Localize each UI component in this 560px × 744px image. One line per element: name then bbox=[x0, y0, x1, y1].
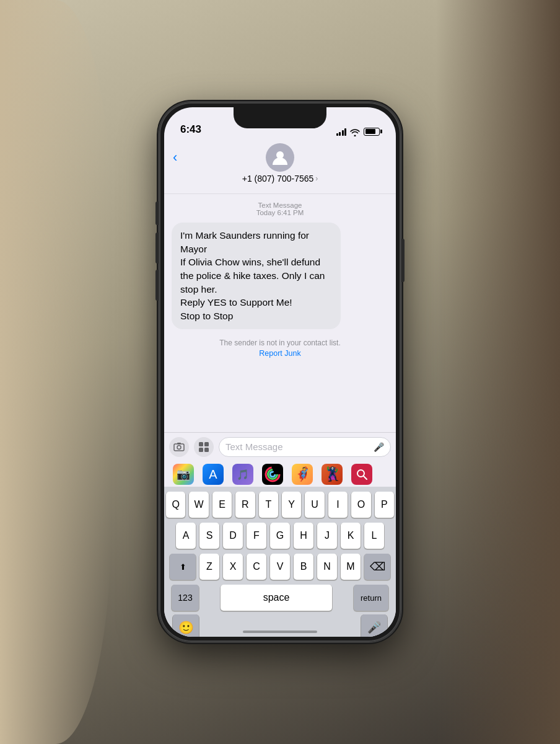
key-r[interactable]: R bbox=[235, 492, 255, 518]
key-e[interactable]: E bbox=[212, 492, 232, 518]
text-input-placeholder: Text Message bbox=[225, 441, 283, 452]
sender-notice: The sender is not in your contact list. … bbox=[172, 337, 388, 358]
svg-rect-1 bbox=[174, 444, 184, 451]
scene: 6:43 bbox=[0, 0, 560, 744]
key-f[interactable]: F bbox=[247, 523, 266, 549]
svg-rect-6 bbox=[199, 448, 203, 452]
key-t[interactable]: T bbox=[259, 492, 278, 518]
contact-avatar[interactable] bbox=[266, 143, 294, 172]
text-input-field[interactable]: Text Message 🎤 bbox=[219, 437, 391, 457]
dictation-key[interactable]: 🎤 bbox=[361, 614, 387, 637]
key-h[interactable]: H bbox=[294, 523, 313, 549]
key-l[interactable]: L bbox=[364, 523, 384, 549]
key-n[interactable]: N bbox=[317, 554, 337, 580]
home-indicator bbox=[243, 631, 317, 633]
key-d[interactable]: D bbox=[223, 523, 243, 549]
key-y[interactable]: Y bbox=[282, 492, 301, 518]
back-chevron-icon: ‹ bbox=[173, 151, 177, 164]
key-j[interactable]: J bbox=[317, 523, 337, 549]
avatar-app-icon[interactable]: 🦹 bbox=[322, 464, 343, 485]
key-k[interactable]: K bbox=[341, 523, 361, 549]
wifi-icon bbox=[350, 128, 360, 135]
contact-detail-chevron: › bbox=[315, 174, 318, 183]
key-m[interactable]: M bbox=[341, 554, 361, 580]
notch bbox=[234, 107, 326, 128]
status-time: 6:43 bbox=[178, 123, 201, 136]
space-key[interactable]: space bbox=[221, 585, 332, 611]
key-s[interactable]: S bbox=[199, 523, 219, 549]
key-z[interactable]: Z bbox=[199, 554, 219, 580]
phone-screen: 6:43 bbox=[164, 107, 396, 637]
key-x[interactable]: X bbox=[223, 554, 243, 580]
key-i[interactable]: I bbox=[328, 492, 348, 518]
camera-button[interactable] bbox=[169, 437, 189, 457]
signal-icon bbox=[336, 127, 347, 136]
svg-line-12 bbox=[364, 476, 367, 479]
keyboard-row-3: ⬆ Z X C V B N M ⌫ bbox=[164, 554, 396, 580]
keyboard: Q W E R T Y U I O P A S D F G bbox=[164, 487, 396, 637]
message-area[interactable]: Text Message Today 6:41 PM I'm Mark Saun… bbox=[164, 194, 396, 432]
svg-rect-7 bbox=[204, 448, 209, 452]
svg-point-10 bbox=[270, 472, 275, 477]
shift-key[interactable]: ⬆ bbox=[170, 554, 196, 580]
svg-point-2 bbox=[177, 446, 181, 450]
key-a[interactable]: A bbox=[176, 523, 196, 549]
input-row: Text Message 🎤 bbox=[164, 432, 396, 461]
svg-rect-5 bbox=[204, 442, 209, 446]
key-g[interactable]: G bbox=[270, 523, 290, 549]
svg-rect-4 bbox=[199, 442, 203, 446]
appstore-app-icon[interactable]: A bbox=[203, 464, 224, 485]
app-strip: 📷 A 🎵 🦸 🦹 bbox=[164, 461, 396, 488]
activity-app-icon[interactable] bbox=[262, 464, 283, 485]
power-button[interactable] bbox=[401, 239, 405, 282]
message-bubble-container: I'm Mark Saunders running for Mayor If O… bbox=[172, 223, 388, 329]
key-c[interactable]: C bbox=[247, 554, 266, 580]
message-bubble: I'm Mark Saunders running for Mayor If O… bbox=[172, 223, 341, 329]
key-p[interactable]: P bbox=[375, 492, 394, 518]
keyboard-bottom-row: 123 space return bbox=[164, 585, 396, 611]
key-v[interactable]: V bbox=[270, 554, 290, 580]
status-icons bbox=[336, 127, 383, 136]
volume-down-button[interactable] bbox=[155, 270, 159, 301]
apps-button[interactable] bbox=[194, 437, 214, 457]
key-o[interactable]: O bbox=[351, 492, 370, 518]
messages-header: ‹ +1 (807) 700-7565 › bbox=[164, 140, 396, 194]
search-app-icon[interactable] bbox=[351, 464, 372, 485]
delete-key[interactable]: ⌫ bbox=[364, 554, 390, 580]
svg-rect-3 bbox=[177, 443, 181, 445]
sender-notice-text: The sender is not in your contact list. bbox=[219, 339, 340, 347]
back-button[interactable]: ‹ bbox=[173, 151, 177, 164]
mic-icon[interactable]: 🎤 bbox=[374, 442, 384, 452]
keyboard-row-2: A S D F G H J K L bbox=[164, 523, 396, 549]
key-b[interactable]: B bbox=[294, 554, 313, 580]
key-w[interactable]: W bbox=[189, 492, 208, 518]
report-junk-button[interactable]: Report Junk bbox=[172, 349, 388, 358]
return-key[interactable]: return bbox=[354, 585, 388, 611]
keyboard-row-1: Q W E R T Y U I O P bbox=[164, 492, 396, 518]
memoji-app-icon[interactable]: 🦸 bbox=[292, 464, 313, 485]
audio-app-icon[interactable]: 🎵 bbox=[232, 464, 253, 485]
phone-device: 6:43 bbox=[159, 102, 401, 642]
key-q[interactable]: Q bbox=[166, 492, 185, 518]
contact-name[interactable]: +1 (807) 700-7565 › bbox=[242, 174, 318, 184]
emoji-key[interactable]: 🙂 bbox=[173, 614, 199, 637]
message-timestamp: Text Message Today 6:41 PM bbox=[172, 202, 388, 216]
volume-up-button[interactable] bbox=[155, 232, 159, 264]
photos-app-icon[interactable]: 📷 bbox=[173, 464, 194, 485]
person-icon bbox=[271, 148, 289, 167]
phone-number: +1 (807) 700-7565 bbox=[242, 174, 314, 184]
number-key[interactable]: 123 bbox=[172, 585, 199, 611]
battery-icon bbox=[364, 128, 380, 136]
key-u[interactable]: U bbox=[305, 492, 324, 518]
